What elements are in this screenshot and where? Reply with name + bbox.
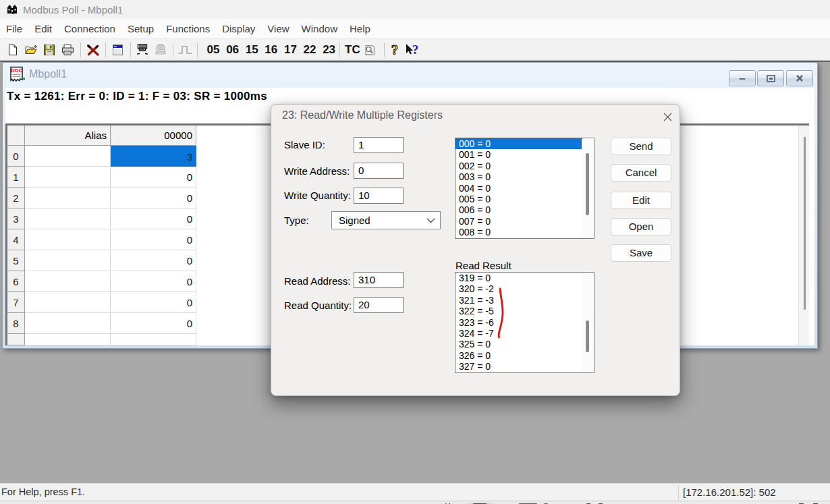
function-06-button[interactable]: 06 (224, 41, 242, 59)
disconnect-button[interactable] (85, 43, 101, 57)
grid-cell-alias[interactable] (25, 250, 111, 271)
read-result-item[interactable]: 321 = -3 (455, 295, 594, 306)
help-button[interactable]: ? (387, 43, 403, 57)
dialog-close-button[interactable] (659, 109, 675, 125)
grid-cell-value[interactable]: 0 (111, 292, 196, 313)
grid-cell-alias[interactable] (25, 271, 111, 292)
grid-column-header-register[interactable]: 00000 (111, 125, 196, 146)
menu-help[interactable]: Help (343, 19, 377, 38)
test-center-log-button[interactable] (362, 43, 378, 57)
grid-cell-alias[interactable] (25, 188, 111, 208)
test-center-button[interactable]: TC (345, 41, 360, 59)
display-setup-button[interactable] (109, 43, 126, 57)
save-button[interactable]: Save (611, 244, 671, 262)
pulse-button[interactable] (177, 43, 193, 57)
grid-cell-alias[interactable] (25, 229, 111, 250)
write-quantity-input[interactable]: 10 (354, 188, 404, 204)
new-file-button[interactable] (5, 43, 21, 57)
grid-row-header[interactable]: 3 (7, 208, 25, 229)
cancel-button[interactable]: Cancel (611, 164, 671, 181)
grid-row-header[interactable]: 4 (7, 229, 25, 250)
communication-button[interactable] (134, 43, 150, 57)
grid-row-header[interactable]: 7 (7, 292, 25, 313)
send-button[interactable]: Send (611, 138, 671, 155)
grid-cell-value[interactable]: 0 (111, 208, 196, 229)
read-result-item[interactable]: 325 = 0 (455, 339, 594, 349)
grid-row-header[interactable]: 6 (7, 271, 25, 292)
write-list-item[interactable]: 001 = 0 (455, 149, 594, 160)
grid-cell-value[interactable]: 3 (111, 146, 196, 167)
read-result-item[interactable]: 320 = -2 (455, 283, 594, 294)
function-15-button[interactable]: 15 (243, 41, 260, 59)
write-list-item[interactable]: 000 = 0 (455, 138, 582, 149)
grid-cell-alias[interactable] (25, 292, 111, 313)
write-list-item[interactable]: 006 = 0 (455, 204, 594, 215)
read-result-item[interactable]: 322 = -5 (455, 306, 594, 316)
open-file-button[interactable] (23, 43, 39, 57)
grid-row-header[interactable]: 2 (7, 188, 25, 208)
grid-cell-value[interactable]: 0 (111, 188, 196, 208)
save-button[interactable] (41, 43, 57, 57)
grid-cell-value[interactable]: 0 (111, 271, 196, 292)
grid-row-header[interactable]: 1 (7, 167, 25, 188)
grid-column-header-alias[interactable]: Alias (25, 125, 111, 146)
read-result-listbox[interactable]: 319 = 0320 = -2321 = -3322 = -5323 = -63… (455, 272, 594, 373)
write-address-input[interactable]: 0 (354, 163, 404, 179)
function-05-button[interactable]: 05 (204, 41, 222, 59)
slave-id-input[interactable]: 1 (354, 137, 404, 153)
menu-file[interactable]: File (0, 19, 28, 38)
type-combobox[interactable]: Signed (331, 211, 441, 229)
read-result-item[interactable]: 319 = 0 (455, 273, 594, 283)
grid-scrollbar-thumb[interactable] (804, 137, 806, 310)
read-result-item[interactable]: 324 = -7 (455, 328, 594, 339)
read-listbox-scrollbar-thumb[interactable] (586, 320, 589, 352)
function-22-button[interactable]: 22 (301, 41, 319, 59)
context-help-button[interactable]: ? (404, 43, 420, 57)
menu-edit[interactable]: Edit (28, 19, 58, 38)
function-16-button[interactable]: 16 (262, 41, 280, 59)
grid-cell-value[interactable]: 0 (111, 250, 196, 271)
menu-functions[interactable]: Functions (160, 19, 216, 38)
grid-row-header[interactable]: 8 (7, 313, 25, 334)
function-17-button[interactable]: 17 (281, 41, 299, 59)
child-restore-button[interactable] (757, 70, 784, 86)
write-values-listbox[interactable]: 000 = 0001 = 0002 = 0003 = 0004 = 0005 =… (455, 138, 594, 239)
read-result-item[interactable]: 327 = 0 (455, 361, 594, 372)
grid-cell-alias[interactable] (25, 313, 111, 334)
menu-display[interactable]: Display (216, 19, 261, 38)
grid-cell-value[interactable]: 0 (111, 229, 196, 250)
read-listbox-scrollbar[interactable] (582, 273, 593, 372)
grid-cell-alias[interactable] (25, 208, 111, 229)
child-minimize-button[interactable] (729, 70, 756, 86)
grid-cell-alias[interactable] (25, 167, 111, 188)
menu-view[interactable]: View (261, 19, 295, 38)
grid-cell-value[interactable]: 0 (111, 167, 196, 188)
grid-cell-alias[interactable] (25, 146, 111, 167)
menu-window[interactable]: Window (296, 19, 343, 38)
menu-setup[interactable]: Setup (121, 19, 160, 38)
document-icon[interactable]: DOC (9, 66, 26, 84)
grid-row-header[interactable]: 0 (7, 146, 25, 167)
grid-row-header[interactable]: 5 (7, 250, 25, 271)
child-close-button[interactable] (786, 70, 813, 86)
print-button[interactable] (59, 43, 76, 57)
communication-log-button[interactable] (153, 43, 169, 57)
write-list-item[interactable]: 005 = 0 (455, 194, 594, 204)
grid-vertical-scrollbar[interactable] (798, 125, 809, 345)
function-23-button[interactable]: 23 (321, 41, 338, 59)
write-listbox-scrollbar[interactable] (582, 139, 593, 237)
write-list-item[interactable]: 002 = 0 (455, 161, 594, 171)
write-list-item[interactable]: 003 = 0 (455, 171, 594, 182)
write-list-item[interactable]: 004 = 0 (455, 183, 594, 194)
read-result-item[interactable]: 323 = -6 (455, 317, 594, 328)
write-list-item[interactable]: 008 = 0 (455, 227, 594, 237)
read-address-input[interactable]: 310 (354, 272, 404, 288)
open-button[interactable]: Open (611, 218, 671, 235)
grid-cell-value[interactable]: 0 (111, 313, 196, 334)
read-result-item[interactable]: 326 = 0 (455, 350, 594, 361)
write-listbox-scrollbar-thumb[interactable] (586, 153, 589, 215)
edit-button[interactable]: Edit (611, 192, 671, 209)
write-list-item[interactable]: 007 = 0 (455, 216, 594, 227)
menu-connection[interactable]: Connection (58, 19, 121, 38)
read-quantity-input[interactable]: 20 (354, 297, 404, 313)
